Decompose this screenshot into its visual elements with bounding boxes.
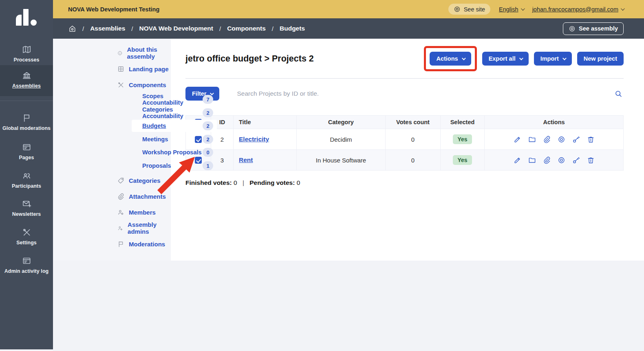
edit-icon[interactable] xyxy=(514,156,521,164)
sidebar-item-label: Participants xyxy=(1,184,52,189)
menu-item-label: Landing page xyxy=(129,66,169,72)
menu-item-members[interactable]: Members xyxy=(117,207,156,217)
flag-icon xyxy=(117,241,124,248)
header-actions: Actions xyxy=(485,116,624,129)
language-label: English xyxy=(499,6,518,13)
sidebar-item-settings[interactable]: Settings xyxy=(0,224,53,250)
chevron-down-icon xyxy=(621,7,625,11)
import-button[interactable]: Import xyxy=(534,52,572,66)
project-link[interactable]: Electricity xyxy=(239,136,269,143)
attachment-icon[interactable] xyxy=(543,156,551,164)
actions-label: Actions xyxy=(436,55,458,62)
selected-badge: Yes xyxy=(453,134,472,144)
card-icon xyxy=(22,143,31,152)
map-icon xyxy=(22,45,31,54)
preview-icon[interactable] xyxy=(558,136,565,143)
breadcrumb-home[interactable] xyxy=(68,25,76,33)
people-icon xyxy=(22,171,31,180)
new-project-button[interactable]: New project xyxy=(577,52,624,66)
delete-icon[interactable] xyxy=(587,136,595,143)
see-site-link[interactable]: See site xyxy=(448,4,490,15)
preview-icon[interactable] xyxy=(558,156,565,164)
selected-badge: Yes xyxy=(453,155,472,165)
delete-icon[interactable] xyxy=(587,156,595,164)
folder-icon[interactable] xyxy=(528,136,536,143)
eye-icon xyxy=(569,25,576,32)
admin-sidebar: Processes Assemblies Global moderations … xyxy=(0,0,53,349)
menu-item-proposals[interactable]: Proposals 1 xyxy=(132,160,217,172)
menu-item-landing-page[interactable]: Landing page xyxy=(117,64,169,74)
menu-item-budgets[interactable]: Budgets 2 xyxy=(132,120,217,132)
language-dropdown[interactable]: English xyxy=(499,6,524,13)
count-badge: 2 xyxy=(203,108,213,117)
table-row: 3 Rent In House Software 0 Yes xyxy=(186,150,624,171)
menu-item-label: Categories xyxy=(129,177,161,184)
flag-icon xyxy=(22,113,31,123)
row-votes-count: 0 xyxy=(386,150,441,171)
chevron-down-icon xyxy=(521,7,525,11)
project-link[interactable]: Rent xyxy=(239,156,253,163)
breadcrumb-item-budgets[interactable]: Budgets xyxy=(280,25,305,32)
menu-item-components[interactable]: Components xyxy=(117,79,166,90)
sidebar-item-participants[interactable]: Participants xyxy=(0,167,53,193)
decidim-logo xyxy=(15,8,37,27)
see-site-label: See site xyxy=(464,6,485,13)
menu-item-categories[interactable]: Categories xyxy=(117,175,161,186)
menu-item-workshop-proposals[interactable]: Workshop Proposals 0 xyxy=(132,146,217,158)
breadcrumb-item-assemblies[interactable]: Assemblies xyxy=(90,25,125,32)
export-all-label: Export all xyxy=(489,55,516,62)
home-icon xyxy=(68,25,76,33)
menu-item-moderations[interactable]: Moderations xyxy=(117,239,165,249)
user-menu-dropdown[interactable]: johan.francocampos@gmail.com xyxy=(532,6,624,13)
breadcrumb-separator: / xyxy=(82,25,84,32)
menu-item-label: Budgets xyxy=(142,123,166,129)
attachment-icon[interactable] xyxy=(543,136,551,143)
sidebar-item-newsletters[interactable]: Newsletters xyxy=(0,195,53,222)
menu-item-assembly-admins[interactable]: Assembly admins xyxy=(117,223,171,233)
permissions-icon[interactable] xyxy=(572,156,580,164)
search-input[interactable] xyxy=(237,90,605,97)
menu-item-categories-accountability[interactable]: Categories Accountability 2 xyxy=(132,107,217,119)
main-content: jetro office budget > Projects 2 Actions… xyxy=(171,39,644,261)
finished-votes-value: 0 xyxy=(234,179,237,186)
sidebar-item-global-moderations[interactable]: Global moderations xyxy=(0,109,53,136)
chevron-down-icon xyxy=(562,56,567,60)
menu-item-meetings[interactable]: Meetings 2 xyxy=(132,133,217,145)
card-icon xyxy=(22,256,31,265)
grid-icon xyxy=(117,66,124,72)
folder-icon[interactable] xyxy=(528,156,536,164)
breadcrumb-item-assembly[interactable]: NOVA Web Development xyxy=(139,25,213,32)
breadcrumb-separator: / xyxy=(272,25,273,32)
menu-item-label: Categories Accountability xyxy=(142,106,203,119)
sidebar-item-label: Assemblies xyxy=(1,83,52,89)
search-button[interactable] xyxy=(613,89,624,99)
sidebar-item-assemblies[interactable]: Assemblies xyxy=(0,65,53,96)
sidebar-item-processes[interactable]: Processes xyxy=(0,41,53,67)
breadcrumb-item-components[interactable]: Components xyxy=(227,25,266,32)
sidebar-item-label: Pages xyxy=(1,155,52,161)
edit-icon[interactable] xyxy=(514,136,521,143)
tools-icon xyxy=(117,81,124,88)
annotation-highlight-box: Actions xyxy=(424,46,476,71)
export-all-button[interactable]: Export all xyxy=(482,52,529,66)
sidebar-item-admin-activity-log[interactable]: Admin activity log xyxy=(0,252,53,279)
organization-name: NOVA Web Development Testing xyxy=(68,6,159,13)
actions-button[interactable]: Actions xyxy=(430,52,471,66)
paperclip-icon xyxy=(117,193,124,200)
header-title: Title xyxy=(234,116,297,129)
permissions-icon[interactable] xyxy=(572,136,580,143)
info-icon xyxy=(117,50,122,57)
menu-item-about-assembly[interactable]: About this assembly xyxy=(117,48,171,58)
header-selected: Selected xyxy=(441,116,485,129)
see-assembly-button[interactable]: See assembly xyxy=(563,22,624,35)
menu-item-label: Attachments xyxy=(129,193,166,200)
pending-votes-value: 0 xyxy=(297,179,300,186)
sidebar-item-pages[interactable]: Pages xyxy=(0,138,53,165)
menu-item-scopes-accountability[interactable]: Scopes Accountability 7 xyxy=(132,93,217,105)
row-category: In House Software xyxy=(297,150,386,171)
mail-plus-icon xyxy=(22,199,31,208)
menu-item-label: Scopes Accountability xyxy=(142,93,203,106)
projects-table: ID Title Category Votes count Selected A… xyxy=(185,115,624,171)
menu-item-attachments[interactable]: Attachments xyxy=(117,191,166,202)
new-project-label: New project xyxy=(584,55,617,62)
